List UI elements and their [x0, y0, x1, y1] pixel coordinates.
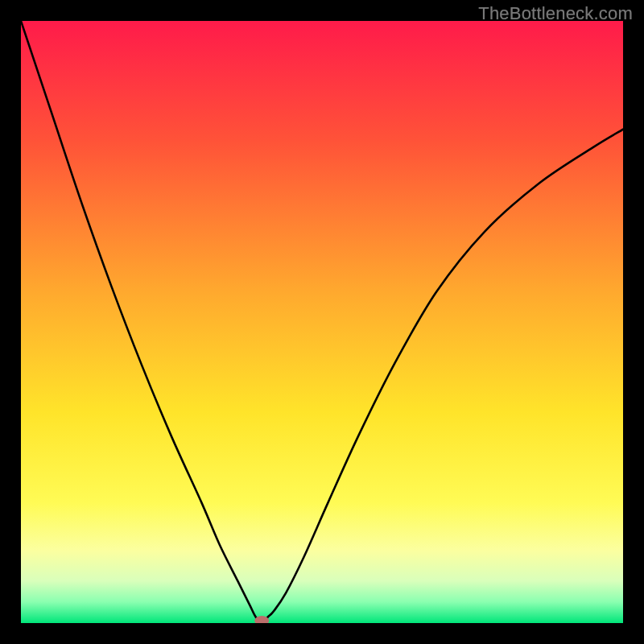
- chart-svg: [21, 21, 623, 623]
- chart-area: [21, 21, 623, 623]
- watermark-text: TheBottleneck.com: [478, 3, 633, 24]
- chart-background: [21, 21, 623, 623]
